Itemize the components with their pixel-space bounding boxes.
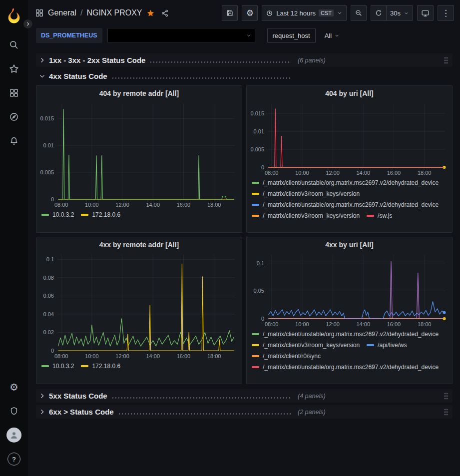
user-avatar[interactable]	[4, 425, 24, 445]
legend-item[interactable]: /api/live/ws	[367, 341, 407, 349]
row-header-4xx[interactable]: 4xx Status Code	[36, 69, 453, 83]
chart-area[interactable]: 08:0010:0012:0014:0016:0018:0000.020.040…	[36, 250, 242, 361]
legend-label: 172.18.0.6	[92, 211, 120, 218]
row-panel-count: (6 panels)	[298, 57, 326, 64]
legend-label: /_matrix/client/v3/room_keys/version	[263, 342, 360, 349]
panel-legend: /_matrix/client/unstable/org.matrix.msc2…	[247, 329, 452, 384]
legend-swatch	[367, 215, 374, 217]
panel-title[interactable]: 4xx by uri [All]	[247, 237, 452, 250]
svg-text:0.05: 0.05	[254, 288, 264, 294]
legend-item[interactable]: 172.18.0.6	[81, 362, 120, 370]
starred-icon[interactable]	[4, 59, 24, 79]
legend-label: 172.18.0.6	[92, 363, 120, 370]
share-icon[interactable]	[161, 9, 169, 17]
legend-swatch	[41, 365, 49, 367]
dashboard-title[interactable]: NGINX PROXY	[86, 8, 142, 17]
svg-text:0: 0	[51, 196, 54, 202]
favorite-star-icon[interactable]	[146, 9, 155, 17]
panel-title[interactable]: 404 by uri [All]	[247, 86, 452, 98]
legend-label: /_matrix/client/unstable/org.matrix.msc2…	[263, 331, 439, 338]
panel-title[interactable]: 4xx by remote addr [All]	[36, 237, 242, 250]
panel-legend: 10.0.3.2172.18.0.6	[36, 361, 242, 384]
svg-text:14:00: 14:00	[146, 202, 160, 208]
chevron-down-icon	[334, 33, 340, 38]
help-question-mark: ?	[7, 453, 20, 466]
row-drag-handle-icon[interactable]	[442, 408, 451, 416]
sidebar-expand-button[interactable]	[23, 19, 33, 29]
row-header-1xx-3xx-2xx[interactable]: 1xx - 3xx - 2xx Status Code (6 panels)	[36, 53, 453, 67]
svg-text:12:00: 12:00	[326, 321, 340, 327]
legend-item[interactable]: 10.0.3.2	[41, 210, 74, 219]
explore-compass-icon[interactable]	[4, 107, 24, 127]
datasource-variable-label[interactable]: DS_PROMETHEUS	[36, 28, 102, 43]
help-icon[interactable]: ?	[4, 449, 24, 469]
grafana-logo[interactable]	[4, 6, 23, 25]
svg-text:0.01: 0.01	[43, 142, 54, 148]
svg-text:0.1: 0.1	[46, 256, 54, 262]
panel-grid: 404 by remote addr [All]08:0010:0012:001…	[36, 85, 453, 384]
server-admin-shield-icon[interactable]	[4, 401, 24, 421]
chevron-down-icon	[38, 73, 46, 79]
monitor-icon	[421, 9, 430, 17]
zoom-out-button[interactable]	[351, 5, 367, 21]
breadcrumb-section[interactable]: General	[48, 8, 76, 17]
request-host-value-dropdown[interactable]: All	[321, 28, 344, 43]
apps-grid-icon[interactable]	[35, 8, 44, 17]
row-drag-handle-icon[interactable]	[442, 392, 451, 400]
legend-item[interactable]: /_matrix/client/r0/sync	[252, 352, 321, 360]
row-panel-count: (4 panels)	[298, 393, 326, 400]
row-drag-handle-icon[interactable]	[442, 56, 451, 64]
configuration-gear-icon[interactable]: ⚙	[4, 377, 24, 397]
svg-text:0: 0	[261, 164, 264, 170]
chevron-down-icon	[337, 10, 343, 16]
chart-area[interactable]: 08:0010:0012:0014:0016:0018:0000.0050.01…	[36, 98, 242, 209]
row-header-6xx[interactable]: 6xx > Status Code (2 panels)	[36, 405, 453, 419]
legend-item[interactable]: /_matrix/client/unstable/org.matrix.msc2…	[252, 330, 439, 338]
panel-legend: /_matrix/client/unstable/org.matrix.msc2…	[247, 177, 452, 232]
svg-text:0.08: 0.08	[43, 275, 54, 281]
svg-text:16:00: 16:00	[387, 170, 401, 176]
legend-label: /api/live/ws	[378, 342, 407, 349]
legend-swatch	[252, 182, 259, 184]
legend-item[interactable]: /_matrix/client/v3/room_keys/version	[252, 341, 360, 349]
dashboards-icon[interactable]	[4, 83, 24, 103]
legend-item[interactable]: /_matrix/client/v3/room_keys/version	[252, 211, 360, 220]
alerting-bell-icon[interactable]	[4, 131, 24, 151]
legend-label: /sw.js	[378, 212, 392, 219]
legend-item[interactable]: /_matrix/client/unstable/org.matrix.msc2…	[252, 363, 439, 371]
kebab-menu-button[interactable]: ⋮	[438, 5, 454, 21]
legend-item[interactable]: 172.18.0.6	[81, 210, 120, 219]
datasource-value-redacted[interactable]	[107, 28, 255, 43]
legend-item[interactable]: /_matrix/client/unstable/org.matrix.msc2…	[252, 200, 439, 209]
tv-mode-button[interactable]	[417, 5, 434, 21]
legend-item[interactable]: 10.0.3.2	[41, 362, 74, 370]
request-host-variable-label[interactable]: request_host	[267, 28, 316, 43]
legend-item[interactable]: /sw.js	[367, 211, 392, 220]
svg-text:18:00: 18:00	[207, 353, 221, 359]
svg-text:0.02: 0.02	[43, 329, 54, 335]
refresh-interval-label: 30s	[390, 9, 401, 17]
save-dashboard-button[interactable]	[222, 5, 238, 21]
search-icon[interactable]	[4, 35, 24, 55]
legend-swatch	[81, 214, 88, 216]
dotted-leader	[111, 77, 291, 79]
svg-text:0.015: 0.015	[40, 115, 54, 121]
gear-icon: ⚙	[246, 9, 254, 17]
chart-area[interactable]: 08:0010:0012:0014:0016:0018:0000.050.1	[247, 250, 452, 329]
kebab-icon: ⋮	[442, 9, 450, 17]
chart-area[interactable]: 08:0010:0012:0014:0016:0018:0000.0050.01…	[247, 98, 452, 177]
time-range-picker[interactable]: Last 12 hours CST	[262, 5, 347, 21]
svg-text:0.015: 0.015	[250, 110, 264, 116]
refresh-button[interactable]	[371, 5, 387, 21]
zoom-out-icon	[355, 9, 363, 17]
refresh-interval-dropdown[interactable]: 30s	[387, 5, 413, 21]
legend-item[interactable]: /_matrix/client/v3/room_keys/version	[252, 189, 360, 198]
legend-item[interactable]: /_matrix/client/unstable/org.matrix.msc2…	[252, 178, 439, 187]
svg-text:14:00: 14:00	[357, 321, 371, 327]
row-header-5xx[interactable]: 5xx Status Code (4 panels)	[36, 389, 453, 403]
dashboard-settings-button[interactable]: ⚙	[242, 5, 258, 21]
svg-text:14:00: 14:00	[357, 170, 371, 176]
panel-title[interactable]: 404 by remote addr [All]	[36, 86, 242, 98]
sidebar: ⚙ ?	[0, 0, 28, 476]
timezone-badge: CST	[319, 9, 334, 16]
